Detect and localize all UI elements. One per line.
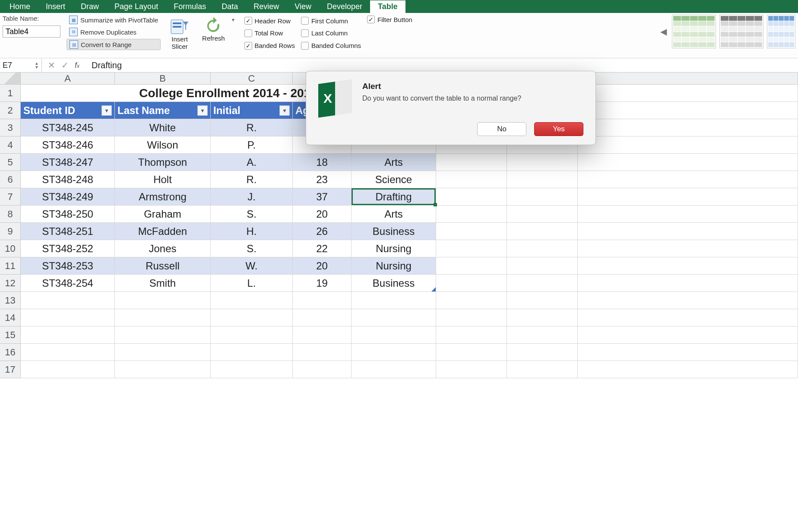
- cell[interactable]: [115, 326, 211, 344]
- cell[interactable]: [21, 361, 115, 378]
- cell[interactable]: Nursing: [352, 240, 436, 257]
- cell[interactable]: A.: [211, 154, 293, 171]
- cell[interactable]: [507, 257, 578, 275]
- menubar-tab-home[interactable]: Home: [2, 0, 38, 13]
- cell[interactable]: [436, 344, 507, 361]
- row-header[interactable]: 6: [0, 171, 21, 188]
- cell[interactable]: Armstrong: [115, 188, 211, 206]
- menubar-tab-data[interactable]: Data: [214, 0, 246, 13]
- cell[interactable]: [211, 344, 293, 361]
- cell[interactable]: [115, 292, 211, 309]
- cell[interactable]: ST348-250: [21, 206, 115, 223]
- table-style-swatch[interactable]: [672, 15, 716, 48]
- menubar-tab-formulas[interactable]: Formulas: [166, 0, 214, 13]
- convert-to-range-button[interactable]: ▤ Convert to Range: [66, 39, 161, 50]
- style-prev-icon[interactable]: ◀: [659, 26, 668, 37]
- cell[interactable]: [115, 309, 211, 326]
- cell[interactable]: [211, 292, 293, 309]
- table-header-cell[interactable]: Student ID▾: [21, 102, 115, 119]
- row-header[interactable]: 7: [0, 188, 21, 206]
- total-row-checkbox[interactable]: Total Row: [244, 29, 295, 37]
- insert-slicer-button[interactable]: Insert Slicer: [167, 15, 193, 54]
- cell[interactable]: [436, 223, 507, 240]
- row-header[interactable]: 1: [0, 85, 21, 102]
- menubar-tab-table[interactable]: Table: [370, 0, 405, 13]
- cell[interactable]: [578, 257, 798, 275]
- cell[interactable]: [21, 309, 115, 326]
- table-name-input[interactable]: [3, 25, 60, 38]
- row-header[interactable]: 2: [0, 102, 21, 119]
- row-header[interactable]: 13: [0, 292, 21, 309]
- cell[interactable]: ST348-249: [21, 188, 115, 206]
- enter-icon[interactable]: ✓: [61, 60, 69, 70]
- filter-dropdown-icon[interactable]: ▾: [279, 105, 290, 116]
- column-header[interactable]: A: [21, 73, 115, 85]
- cell[interactable]: ST348-254: [21, 275, 115, 292]
- menubar-tab-developer[interactable]: Developer: [319, 0, 370, 13]
- cell[interactable]: 22: [293, 240, 352, 257]
- cell[interactable]: White: [115, 119, 211, 136]
- cell[interactable]: P.: [211, 136, 293, 154]
- cell[interactable]: Business: [352, 275, 436, 292]
- cell[interactable]: Nursing: [352, 257, 436, 275]
- cell[interactable]: [436, 292, 507, 309]
- row-header[interactable]: 8: [0, 206, 21, 223]
- cell[interactable]: [436, 188, 507, 206]
- cell[interactable]: S.: [211, 240, 293, 257]
- menubar-tab-page-layout[interactable]: Page Layout: [107, 0, 166, 13]
- cell[interactable]: [507, 154, 578, 171]
- cell[interactable]: W.: [211, 257, 293, 275]
- header-row-checkbox[interactable]: ✓ Header Row: [244, 17, 295, 25]
- select-all-cell[interactable]: [0, 73, 21, 85]
- cell[interactable]: [293, 309, 352, 326]
- cell[interactable]: [507, 344, 578, 361]
- row-header[interactable]: 12: [0, 275, 21, 292]
- cell[interactable]: Wilson: [115, 136, 211, 154]
- first-column-checkbox[interactable]: First Column: [301, 17, 361, 25]
- last-column-checkbox[interactable]: Last Column: [301, 29, 361, 37]
- cell[interactable]: [21, 326, 115, 344]
- cell[interactable]: ST348-246: [21, 136, 115, 154]
- cell[interactable]: [578, 223, 798, 240]
- table-style-swatch[interactable]: [767, 15, 795, 48]
- cell[interactable]: [21, 344, 115, 361]
- cell[interactable]: [436, 171, 507, 188]
- row-header[interactable]: 4: [0, 136, 21, 154]
- row-header[interactable]: 14: [0, 309, 21, 326]
- cell[interactable]: R.: [211, 119, 293, 136]
- formula-value[interactable]: Drafting: [86, 60, 122, 70]
- cell[interactable]: ST348-252: [21, 240, 115, 257]
- cell[interactable]: [211, 361, 293, 378]
- table-style-swatch[interactable]: [719, 15, 763, 48]
- cell[interactable]: ST348-247: [21, 154, 115, 171]
- alert-no-button[interactable]: No: [477, 122, 526, 136]
- cell[interactable]: [507, 188, 578, 206]
- table-styles-gallery[interactable]: ◀: [659, 15, 795, 48]
- cell[interactable]: [507, 171, 578, 188]
- cell[interactable]: 20: [293, 206, 352, 223]
- cell[interactable]: 37: [293, 188, 352, 206]
- cell[interactable]: [507, 292, 578, 309]
- banded-rows-checkbox[interactable]: ✓ Banded Rows: [244, 42, 295, 50]
- cell[interactable]: Jones: [115, 240, 211, 257]
- cell[interactable]: McFadden: [115, 223, 211, 240]
- cell[interactable]: [436, 309, 507, 326]
- menubar-tab-review[interactable]: Review: [246, 0, 287, 13]
- cell[interactable]: Science: [352, 171, 436, 188]
- cell[interactable]: R.: [211, 171, 293, 188]
- cell[interactable]: [578, 119, 798, 136]
- cell[interactable]: [436, 240, 507, 257]
- cell[interactable]: 18: [293, 154, 352, 171]
- cell[interactable]: [578, 344, 798, 361]
- cell[interactable]: [578, 240, 798, 257]
- cell[interactable]: [21, 292, 115, 309]
- cell[interactable]: ST348-245: [21, 119, 115, 136]
- cell[interactable]: [578, 188, 798, 206]
- cell[interactable]: [578, 206, 798, 223]
- cell[interactable]: [578, 309, 798, 326]
- cell[interactable]: Russell: [115, 257, 211, 275]
- cell[interactable]: [436, 275, 507, 292]
- cell[interactable]: [436, 257, 507, 275]
- cell[interactable]: [293, 326, 352, 344]
- menubar-tab-insert[interactable]: Insert: [38, 0, 73, 13]
